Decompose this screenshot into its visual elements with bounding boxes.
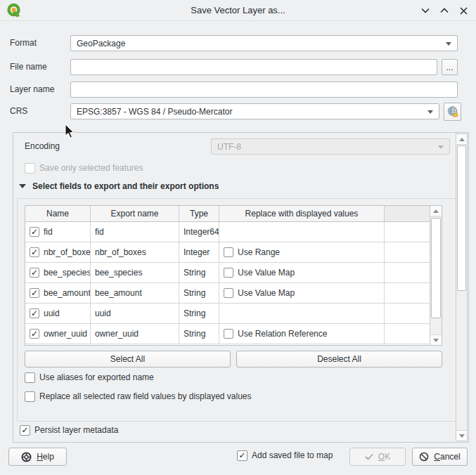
encoding-value: UTF-8 — [217, 142, 241, 152]
replace-option-checkbox[interactable] — [224, 288, 233, 298]
dropdown-arrow-icon — [438, 145, 444, 149]
export-name-cell[interactable]: bee_species — [91, 263, 179, 282]
field-type-cell: Integer64 — [179, 222, 219, 242]
format-label: Format — [10, 35, 37, 51]
column-header-type[interactable]: Type — [179, 206, 219, 221]
chevron-down-icon — [421, 8, 430, 13]
use-aliases-row[interactable]: Use aliases for exported name — [25, 372, 154, 383]
crs-value: EPSG:3857 - WGS 84 / Pseudo-Mercator — [77, 107, 232, 117]
replace-option-cell: Use Range — [219, 242, 385, 262]
persist-metadata-checkbox[interactable]: ✓ — [20, 425, 30, 436]
field-export-checkbox[interactable]: ✓ — [30, 329, 39, 339]
file-name-input[interactable] — [70, 59, 437, 75]
export-name-cell[interactable]: nbr_of_boxes — [91, 242, 179, 262]
roll-down-button[interactable] — [418, 4, 432, 18]
globe-icon — [446, 105, 459, 118]
layer-name-input[interactable] — [70, 82, 458, 98]
save-vector-layer-dialog: Save Vector Layer as... Format GeoPackag… — [0, 0, 476, 475]
field-export-checkbox[interactable]: ✓ — [30, 268, 39, 278]
table-row-bee_species[interactable]: ✓bee_speciesbee_speciesStringUse Value M… — [25, 263, 442, 283]
encoding-select: UTF-8 — [211, 138, 450, 155]
crs-label: CRS — [10, 103, 27, 119]
replace-option-cell — [219, 304, 385, 323]
table-header-row: NameExport nameTypeReplace with displaye… — [25, 206, 442, 222]
file-name-label: File name — [10, 59, 47, 75]
field-export-checkbox[interactable]: ✓ — [30, 308, 39, 318]
dropdown-arrow-icon — [446, 42, 451, 46]
export-name-cell[interactable]: fid — [91, 222, 179, 242]
replace-option-cell: Use Value Map — [219, 263, 385, 282]
replace-option-label: Use Value Map — [238, 268, 295, 278]
browse-button[interactable]: ... — [442, 59, 458, 75]
fields-section-title: Select fields to export and their export… — [32, 181, 219, 191]
persist-metadata-row[interactable]: ✓ Persist layer metadata — [20, 425, 118, 436]
table-row-bee_amount[interactable]: ✓bee_amountbee_amountStringUse Value Map — [25, 283, 442, 304]
replace-option-checkbox[interactable] — [224, 329, 233, 339]
field-export-checkbox[interactable]: ✓ — [30, 227, 39, 237]
roll-up-button[interactable] — [437, 4, 451, 18]
format-select[interactable]: GeoPackage — [70, 35, 458, 51]
replace-option-label: Use Value Map — [238, 288, 295, 298]
use-aliases-checkbox[interactable] — [25, 372, 35, 383]
field-export-checkbox[interactable]: ✓ — [30, 288, 39, 298]
ok-label: OK — [378, 452, 390, 462]
help-icon — [21, 452, 32, 462]
replace-option-cell: Use Relation Reference — [219, 324, 385, 344]
select-all-button[interactable]: Select All — [25, 351, 231, 367]
column-header-export-name[interactable]: Export name — [91, 206, 179, 221]
table-scroll-up-button[interactable] — [430, 206, 442, 216]
field-name-cell: ✓bee_amount — [25, 283, 91, 303]
cancel-label: Cancel — [434, 452, 460, 462]
table-row-uuid[interactable]: ✓uuiduuidString — [25, 304, 442, 324]
table-row-fid[interactable]: ✓fidfidInteger64 — [25, 222, 442, 242]
add-to-map-row[interactable]: ✓ Add saved file to map — [237, 450, 333, 461]
export-name-cell[interactable]: bee_amount — [91, 283, 179, 303]
dialog-scrollbar-handle[interactable] — [457, 145, 466, 291]
collapse-arrow-icon — [19, 184, 26, 188]
fields-section-header[interactable]: Select fields to export and their export… — [19, 181, 219, 191]
crs-select[interactable]: EPSG:3857 - WGS 84 / Pseudo-Mercator — [70, 103, 439, 119]
help-button[interactable]: Help — [8, 448, 67, 466]
replace-option-label: Use Relation Reference — [238, 329, 327, 339]
add-to-map-label: Add saved file to map — [252, 450, 333, 461]
field-name-cell: ✓owner_uuid — [25, 324, 91, 344]
fields-table: NameExport nameTypeReplace with displaye… — [25, 205, 442, 346]
save-selected-row: Save only selected features — [25, 163, 143, 174]
add-to-map-checkbox[interactable]: ✓ — [237, 450, 247, 461]
table-row-owner_uuid[interactable]: ✓owner_uuidowner_uuidStringUse Relation … — [25, 324, 442, 344]
column-header-name[interactable]: Name — [25, 206, 91, 221]
dialog-scroll-up-button[interactable] — [456, 134, 467, 145]
crs-picker-button[interactable] — [444, 103, 461, 121]
dialog-scrollbar[interactable] — [456, 134, 468, 441]
export-name-cell[interactable]: uuid — [91, 304, 179, 323]
cancel-button[interactable]: Cancel — [412, 448, 468, 466]
field-export-checkbox[interactable]: ✓ — [30, 247, 39, 257]
replace-option-checkbox[interactable] — [224, 247, 233, 257]
deselect-all-button[interactable]: Deselect All — [236, 351, 442, 367]
save-selected-checkbox — [25, 163, 35, 174]
field-name-label: fid — [44, 227, 53, 237]
field-type-cell: Integer — [179, 242, 219, 262]
replace-raw-checkbox[interactable] — [25, 391, 35, 402]
dialog-scroll-down-button[interactable] — [456, 430, 467, 441]
table-scrollbar-handle[interactable] — [431, 218, 441, 318]
field-type-cell: String — [179, 324, 219, 344]
check-icon — [365, 453, 373, 460]
ok-button[interactable]: OK — [349, 448, 406, 466]
field-name-cell: ✓fid — [25, 222, 91, 242]
window-title: Save Vector Layer as... — [0, 5, 476, 15]
field-name-cell: ✓bee_species — [25, 263, 91, 282]
column-header-replace-with-displayed-values[interactable]: Replace with displayed values — [219, 206, 385, 221]
layer-name-label: Layer name — [10, 82, 54, 98]
replace-raw-row[interactable]: Replace all selected raw field values by… — [25, 391, 252, 402]
table-scrollbar[interactable] — [430, 206, 442, 345]
titlebar: Save Vector Layer as... — [0, 0, 476, 21]
table-scroll-down-button[interactable] — [430, 334, 442, 345]
close-button[interactable] — [456, 4, 470, 18]
scroll-down-arrow-icon — [433, 339, 439, 342]
export-name-cell[interactable]: owner_uuid — [91, 324, 179, 344]
table-row-nbr_of_boxes[interactable]: ✓nbr_of_boxesnbr_of_boxesIntegerUse Rang… — [25, 242, 442, 263]
replace-option-label: Use Range — [238, 247, 280, 257]
replace-option-checkbox[interactable] — [224, 268, 233, 278]
field-name-label: bee_species — [44, 268, 91, 278]
